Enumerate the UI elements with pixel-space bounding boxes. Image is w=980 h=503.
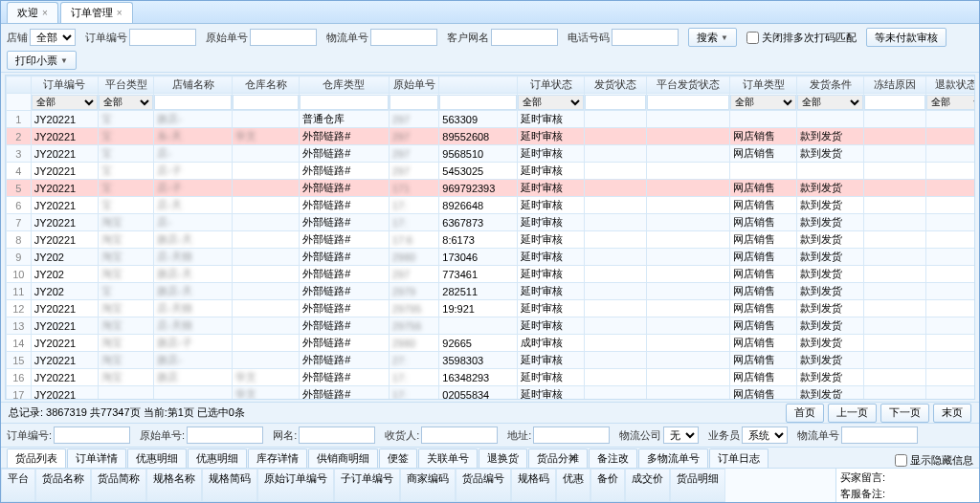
d-name-input[interactable] [299,426,375,444]
table-row[interactable]: 12JY20221淘宝店-天猫外部链路#2979519:921延时审核网店销售款… [7,300,976,317]
print-small-button[interactable]: 打印小票▼ [7,51,77,70]
subtab[interactable]: 订单详情 [67,448,126,468]
d-orig-no-input[interactable] [187,426,263,444]
col-header[interactable]: 仓库名称 [233,77,300,94]
d-addr-input[interactable] [533,426,610,444]
detail-col-header[interactable]: 货品简称 [91,469,146,502]
d-logi-co-select[interactable]: 无 [663,426,699,444]
table-row[interactable]: 6JY20221宝店-天外部链路#17:8926648延时审核网店销售款到发货2… [7,197,976,214]
detail-col-header[interactable]: 平台 [1,469,35,502]
table-row[interactable]: 5JY20221宝店-子外部链路#171969792393延时审核网店销售款到发… [7,180,976,197]
detail-col-header[interactable]: 货品名称 [35,469,91,502]
close-icon[interactable]: × [117,8,122,18]
detail-col-header[interactable]: 规格简码 [202,469,257,502]
d-op-select[interactable]: 系统 [742,426,788,444]
col-header[interactable]: 原始单号 [389,77,439,94]
subtab[interactable]: 多物流单号 [638,448,708,468]
detail-col-header[interactable]: 原始订单编号 [257,469,334,502]
table-row[interactable]: 17JY20221学文外部链路#17:02055834延时审核网店销售款到发货2… [7,386,976,401]
subtab[interactable]: 货品分摊 [528,448,588,468]
await-pay-audit-button[interactable]: 等未付款审核 [866,28,947,47]
col-header[interactable] [7,77,32,94]
col-filter[interactable] [154,95,232,110]
last-page-button[interactable]: 末页 [933,404,971,423]
subtab[interactable]: 便签 [379,448,417,468]
table-row[interactable]: 3JY20221宝店-外部链路#2979568510延时审核网店销售款到发货20… [7,145,976,163]
tab-welcome[interactable]: 欢迎× [7,2,58,23]
col-header[interactable]: 订单类型 [730,77,797,94]
phone-input[interactable] [612,29,679,46]
col-header[interactable]: 平台类型 [98,77,153,94]
table-row[interactable]: 2JY20221宝东-天学文外部链路#29789552608延时审核网店销售款到… [7,128,976,145]
table-row[interactable]: 8JY20221淘宝旗店-天外部链路#17:68:6173延时审核网店销售款到发… [7,231,976,249]
store-select[interactable]: 全部 [30,29,76,46]
col-header[interactable]: 发货条件 [797,77,864,94]
table-row[interactable]: 7JY20221淘宝店-外部链路#17:6367873延时审核网店销售款到发货2… [7,214,976,231]
col-filter[interactable] [864,95,924,110]
col-header[interactable]: 发货状态 [585,77,646,94]
col-filter[interactable]: 全部 [926,95,975,110]
table-row[interactable]: 4JY20221宝店-子外部链路#2975453025延时审核2022-10-2… [7,163,976,180]
col-filter[interactable]: 全部 [730,95,796,110]
subtab[interactable]: 优惠明细 [127,448,187,468]
subtab[interactable]: 订单日志 [709,448,768,468]
search-button[interactable]: 搜索▼ [688,28,737,47]
col-filter[interactable] [390,95,439,110]
detail-col-header[interactable]: 货品编号 [456,469,511,502]
col-header[interactable]: 订单状态 [518,77,585,94]
order-no-input[interactable] [129,29,196,46]
col-header[interactable] [439,77,518,94]
first-page-button[interactable]: 首页 [786,404,824,423]
subtab[interactable]: 库存详情 [248,448,307,468]
table-row[interactable]: 1JY20221宝旗店-普通仓库297563309延时审核2022-10-27 … [7,111,976,128]
table-row[interactable]: 13JY20221淘宝店-天猫外部链路#29756延时审核网店销售款到发货202… [7,317,976,335]
show-hidden-checkbox[interactable]: 显示隐藏信息 [895,453,973,468]
detail-col-header[interactable]: 优惠 [556,469,590,502]
col-header[interactable]: 平台发货状态 [646,77,730,94]
d-logi-no-input[interactable] [841,426,918,444]
subtab[interactable]: 优惠明细 [188,448,247,468]
close-icon[interactable]: × [42,8,48,18]
col-header[interactable]: 冻结原因 [864,77,925,94]
prev-page-button[interactable]: 上一页 [828,404,877,423]
subtab[interactable]: 退换货 [479,448,527,468]
tab-order-mgmt[interactable]: 订单管理× [60,2,133,23]
detail-col-header[interactable]: 成交价 [625,469,670,502]
detail-col-header[interactable]: 货品明细 [670,469,725,502]
detail-col-header[interactable]: 规格码 [511,469,556,502]
detail-col-header[interactable]: 备价 [590,469,625,502]
col-header[interactable]: 店铺名称 [154,77,233,94]
d-receiver-input[interactable] [421,426,498,444]
col-header[interactable]: 仓库类型 [300,77,390,94]
detail-col-header[interactable]: 规格名称 [146,469,202,502]
col-filter[interactable] [439,95,517,110]
col-filter[interactable] [585,95,645,110]
subtab[interactable]: 供销商明细 [308,448,378,468]
subtab[interactable]: 关联单号 [418,448,478,468]
col-filter[interactable]: 全部 [32,95,98,110]
col-filter[interactable]: 全部 [797,95,863,110]
subtab[interactable]: 备注改 [589,448,637,468]
d-order-no-input[interactable] [54,426,130,444]
table-row[interactable]: 15JY20221淘宝旗店-外部链路#27:3598303延时审核网店销售款到发… [7,352,976,369]
col-filter[interactable]: 全部 [518,95,584,110]
col-header[interactable]: 退款状态 [925,77,975,94]
col-filter[interactable] [233,95,299,110]
orig-no-input[interactable] [250,29,317,46]
table-row[interactable]: 16JY20221淘宝旗店学文外部链路#17:16348293延时审核网店销售款… [7,369,976,386]
table-row[interactable]: 10JY202淘宝旗店-天外部链路#297773461延时审核网店销售款到发货2… [7,266,976,283]
logistics-no-input[interactable] [370,29,437,46]
next-page-button[interactable]: 下一页 [880,404,929,423]
detail-col-header[interactable]: 商家编码 [400,469,456,502]
col-filter[interactable] [647,95,730,110]
col-header[interactable]: 订单编号 [31,77,98,94]
order-grid[interactable]: 订单编号平台类型店铺名称仓库名称仓库类型原始单号订单状态发货状态平台发货状态订单… [5,75,975,400]
close-multiprint-checkbox[interactable]: 关闭排多次打码匹配 [746,31,857,45]
col-filter[interactable]: 全部 [99,95,153,110]
custname-input[interactable] [491,29,558,46]
col-filter[interactable] [300,95,389,110]
subtab[interactable]: 货品列表 [7,448,66,468]
table-row[interactable]: 9JY202淘宝店-天猫外部链路#2980173046延时审核网店销售款到发货2… [7,249,976,266]
detail-col-header[interactable]: 子订单编号 [334,469,400,502]
table-row[interactable]: 14JY20221淘宝旗店-子外部链路#298092665成时审核网店销售款到发… [7,335,976,352]
